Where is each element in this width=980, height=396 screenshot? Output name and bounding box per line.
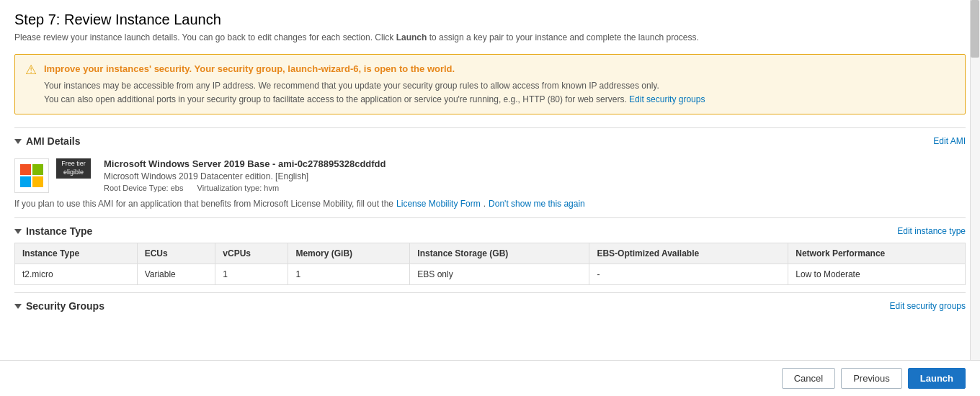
ami-icon-box	[14, 158, 49, 193]
instance-type-title-label: Instance Type	[26, 225, 92, 237]
security-groups-section-header: Security Groups Edit security groups	[14, 292, 966, 318]
ami-root-device: Root Device Type: ebs	[104, 184, 183, 192]
ami-section-title: AMI Details	[14, 135, 80, 147]
edit-ami-link[interactable]: Edit AMI	[933, 136, 966, 146]
instance-type-table: Instance Type ECUs vCPUs Memory (GiB) In…	[14, 243, 966, 285]
scroll-thumb	[971, 0, 979, 58]
windows-icon	[20, 164, 43, 187]
previous-button[interactable]: Previous	[841, 368, 902, 389]
license-separator: .	[484, 199, 486, 209]
ami-description: Microsoft Windows 2019 Datacenter editio…	[104, 171, 966, 181]
table-header-row: Instance Type ECUs vCPUs Memory (GiB) In…	[15, 243, 966, 264]
ami-content: Free tier eligible Microsoft Windows Ser…	[14, 153, 966, 217]
ami-section-header: AMI Details Edit AMI	[14, 127, 966, 153]
cell-ebs-optimized: -	[589, 264, 788, 285]
col-vcpus: vCPUs	[215, 243, 288, 264]
edit-instance-type-link[interactable]: Edit instance type	[897, 226, 966, 236]
main-content: Step 7: Review Instance Launch Please re…	[0, 0, 980, 360]
scroll-track[interactable]	[970, 0, 980, 360]
col-ebs-optimized: EBS-Optimized Available	[589, 243, 788, 264]
cell-instance-type: t2.micro	[15, 264, 138, 285]
cell-vcpus: 1	[215, 264, 288, 285]
edit-security-groups-link2[interactable]: Edit security groups	[890, 301, 966, 311]
cell-network-performance: Low to Moderate	[788, 264, 966, 285]
edit-security-groups-link[interactable]: Edit security groups	[629, 94, 705, 104]
cell-ecus: Variable	[137, 264, 215, 285]
instance-type-collapse-icon[interactable]	[14, 229, 22, 234]
ami-details: Microsoft Windows Server 2019 Base - ami…	[104, 158, 966, 192]
free-tier-line2: eligible	[63, 168, 84, 176]
security-groups-section-title: Security Groups	[14, 300, 104, 312]
cancel-button[interactable]: Cancel	[782, 368, 835, 389]
warning-title: Improve your instances' security. Your s…	[44, 62, 705, 77]
warning-line1: Your instances may be accessible from an…	[44, 81, 659, 91]
table-row: t2.micro Variable 1 1 EBS only - Low to …	[15, 264, 966, 285]
subtitle-text: Please review your instance launch detai…	[14, 32, 396, 42]
instance-type-section-title: Instance Type	[14, 225, 92, 237]
launch-button[interactable]: Launch	[908, 368, 966, 389]
ami-license-row: If you plan to use this AMI for an appli…	[14, 199, 966, 209]
ami-row: Free tier eligible Microsoft Windows Ser…	[14, 158, 966, 193]
windows-q1	[20, 164, 31, 175]
free-tier-badge: Free tier eligible	[56, 158, 91, 178]
ami-title-label: AMI Details	[26, 135, 80, 147]
col-memory: Memory (GiB)	[288, 243, 410, 264]
bottom-bar: Cancel Previous Launch	[0, 360, 980, 396]
ami-virt-type: Virtualization type: hvm	[197, 184, 280, 192]
col-instance-type: Instance Type	[15, 243, 138, 264]
ami-collapse-icon[interactable]	[14, 139, 22, 144]
instance-type-section-header: Instance Type Edit instance type	[14, 217, 966, 243]
page-wrapper: Step 7: Review Instance Launch Please re…	[0, 0, 980, 396]
subtitle-bold: Launch	[396, 32, 427, 42]
free-tier-line1: Free tier	[61, 160, 86, 167]
license-text: If you plan to use this AMI for an appli…	[14, 199, 393, 209]
ami-meta: Root Device Type: ebs Virtualization typ…	[104, 184, 966, 192]
col-instance-storage: Instance Storage (GB)	[410, 243, 589, 264]
windows-q3	[20, 176, 31, 187]
page-subtitle: Please review your instance launch detai…	[14, 31, 966, 44]
warning-line2: You can also open additional ports in yo…	[44, 94, 627, 104]
cell-memory: 1	[288, 264, 410, 285]
warning-icon: ⚠	[25, 63, 37, 78]
warning-text-container: Improve your instances' security. Your s…	[44, 62, 705, 107]
cell-instance-storage: EBS only	[410, 264, 589, 285]
license-mobility-link[interactable]: License Mobility Form	[396, 199, 481, 209]
col-ecus: ECUs	[137, 243, 215, 264]
security-groups-title-label: Security Groups	[26, 300, 104, 312]
col-network-performance: Network Performance	[788, 243, 966, 264]
windows-q4	[32, 176, 43, 187]
security-groups-collapse-icon[interactable]	[14, 304, 22, 309]
windows-q2	[32, 164, 43, 175]
dont-show-link[interactable]: Don't show me this again	[489, 199, 585, 209]
page-title: Step 7: Review Instance Launch	[14, 12, 966, 28]
ami-name: Microsoft Windows Server 2019 Base - ami…	[104, 158, 966, 169]
warning-banner: ⚠ Improve your instances' security. Your…	[14, 54, 966, 114]
subtitle-rest: to assign a key pair to your instance an…	[427, 32, 699, 42]
